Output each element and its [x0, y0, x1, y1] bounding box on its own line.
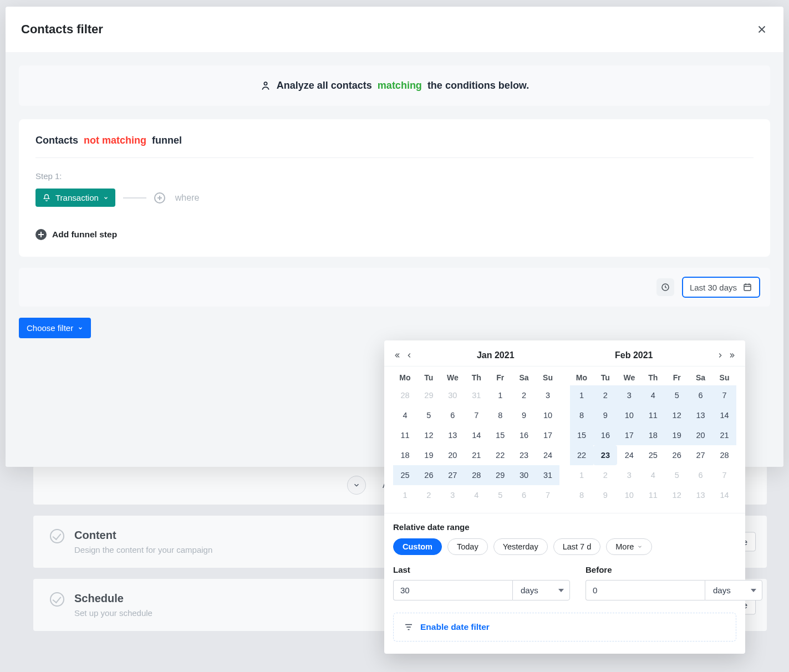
calendar-day[interactable]: 1 [393, 485, 417, 505]
calendar-day[interactable]: 8 [570, 405, 594, 425]
clock-button[interactable] [656, 278, 674, 296]
calendar-day[interactable]: 28 [712, 445, 736, 465]
banner-text-matching[interactable]: matching [378, 80, 422, 91]
calendar-day[interactable]: 7 [712, 385, 736, 405]
calendar-day[interactable]: 2 [593, 385, 617, 405]
calendar-day[interactable]: 11 [641, 485, 665, 505]
add-funnel-step[interactable]: Add funnel step [35, 229, 754, 240]
calendar-day[interactable]: 14 [712, 405, 736, 425]
calendar-day[interactable]: 24 [617, 445, 641, 465]
calendar-day[interactable]: 21 [712, 425, 736, 445]
calendar-day[interactable]: 31 [465, 385, 488, 405]
pill-custom[interactable]: Custom [393, 538, 442, 555]
calendar-day[interactable]: 5 [665, 465, 689, 485]
calendar-day[interactable]: 7 [536, 485, 560, 505]
pill-more[interactable]: More [606, 538, 652, 555]
calendar-day[interactable]: 1 [488, 385, 512, 405]
calendar-day[interactable]: 15 [570, 425, 594, 445]
double-chevron-left-icon[interactable] [393, 352, 401, 359]
calendar-day[interactable]: 2 [593, 465, 617, 485]
calendar-day[interactable]: 4 [641, 465, 665, 485]
calendar-day[interactable]: 30 [441, 385, 465, 405]
last-input[interactable] [393, 580, 512, 600]
double-chevron-right-icon[interactable] [729, 352, 736, 359]
calendar-day[interactable]: 10 [536, 405, 560, 425]
calendar-day[interactable]: 18 [393, 445, 417, 465]
calendar-day[interactable]: 18 [641, 425, 665, 445]
calendar-day[interactable]: 6 [512, 485, 536, 505]
calendar-day[interactable]: 23 [593, 445, 617, 465]
before-input[interactable] [586, 580, 705, 600]
calendar-day[interactable]: 16 [512, 425, 536, 445]
close-icon[interactable] [756, 23, 768, 35]
calendar-day[interactable]: 13 [689, 405, 712, 425]
calendar-day[interactable]: 31 [536, 465, 560, 485]
calendar-day[interactable]: 14 [712, 485, 736, 505]
calendar-day[interactable]: 1 [570, 385, 594, 405]
calendar-day[interactable]: 3 [536, 385, 560, 405]
calendar-day[interactable]: 27 [441, 465, 465, 485]
enable-date-filter[interactable]: Enable date filter [393, 613, 736, 642]
calendar-day[interactable]: 6 [441, 405, 465, 425]
calendar-day[interactable]: 15 [488, 425, 512, 445]
calendar-day[interactable]: 21 [465, 445, 488, 465]
calendar-day[interactable]: 9 [512, 405, 536, 425]
calendar-day[interactable]: 8 [488, 405, 512, 425]
calendar-day[interactable]: 11 [641, 405, 665, 425]
calendar-day[interactable]: 17 [617, 425, 641, 445]
calendar-day[interactable]: 6 [689, 385, 712, 405]
choose-filter-button[interactable]: Choose filter [19, 318, 91, 338]
calendar-day[interactable]: 28 [465, 465, 488, 485]
pill-yesterday[interactable]: Yesterday [493, 538, 548, 555]
calendar-day[interactable]: 1 [570, 465, 594, 485]
calendar-day[interactable]: 3 [617, 465, 641, 485]
calendar-day[interactable]: 2 [417, 485, 441, 505]
calendar-day[interactable]: 24 [536, 445, 560, 465]
date-range-button[interactable]: Last 30 days [682, 277, 760, 298]
calendar-day[interactable]: 25 [641, 445, 665, 465]
calendar-day[interactable]: 25 [393, 465, 417, 485]
add-condition-button[interactable] [154, 192, 165, 203]
calendar-day[interactable]: 19 [417, 445, 441, 465]
calendar-day[interactable]: 4 [465, 485, 488, 505]
advanced-options-toggle[interactable] [347, 476, 366, 495]
calendar-day[interactable]: 9 [593, 485, 617, 505]
calendar-day[interactable]: 3 [441, 485, 465, 505]
calendar-day[interactable]: 22 [570, 445, 594, 465]
pill-last-7d[interactable]: Last 7 d [553, 538, 601, 555]
calendar-day[interactable]: 28 [393, 385, 417, 405]
funnel-title-not-matching[interactable]: not matching [84, 135, 146, 146]
calendar-day[interactable]: 7 [712, 465, 736, 485]
calendar-day[interactable]: 13 [441, 425, 465, 445]
last-unit-select[interactable]: days [512, 580, 570, 600]
calendar-day[interactable]: 27 [689, 445, 712, 465]
calendar-day[interactable]: 16 [593, 425, 617, 445]
calendar-day[interactable]: 8 [570, 485, 594, 505]
calendar-day[interactable]: 26 [417, 465, 441, 485]
chevron-right-icon[interactable] [716, 352, 724, 359]
calendar-day[interactable]: 6 [689, 465, 712, 485]
calendar-day[interactable]: 12 [665, 485, 689, 505]
calendar-day[interactable]: 5 [665, 385, 689, 405]
calendar-day[interactable]: 12 [417, 425, 441, 445]
calendar-day[interactable]: 20 [441, 445, 465, 465]
calendar-day[interactable]: 5 [488, 485, 512, 505]
calendar-day[interactable]: 2 [512, 385, 536, 405]
calendar-day[interactable]: 11 [393, 425, 417, 445]
calendar-day[interactable]: 26 [665, 445, 689, 465]
calendar-day[interactable]: 29 [417, 385, 441, 405]
calendar-day[interactable]: 20 [689, 425, 712, 445]
calendar-day[interactable]: 23 [512, 445, 536, 465]
calendar-day[interactable]: 5 [417, 405, 441, 425]
calendar-day[interactable]: 22 [488, 445, 512, 465]
calendar-day[interactable]: 10 [617, 405, 641, 425]
calendar-day[interactable]: 4 [641, 385, 665, 405]
calendar-day[interactable]: 12 [665, 405, 689, 425]
calendar-day[interactable]: 4 [393, 405, 417, 425]
calendar-day[interactable]: 17 [536, 425, 560, 445]
before-unit-select[interactable]: days [705, 580, 762, 600]
chevron-left-icon[interactable] [405, 352, 413, 359]
calendar-day[interactable]: 7 [465, 405, 488, 425]
calendar-day[interactable]: 9 [593, 405, 617, 425]
calendar-day[interactable]: 29 [488, 465, 512, 485]
